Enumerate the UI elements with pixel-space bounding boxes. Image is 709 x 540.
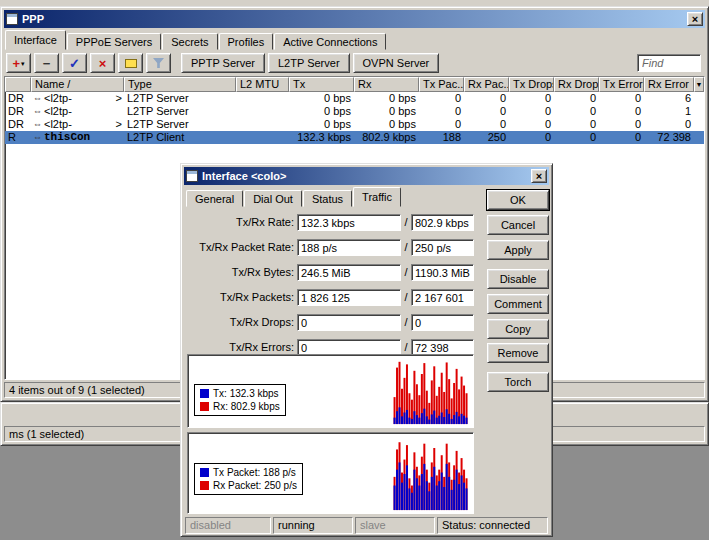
interface-icon: ⇔ [33,107,42,116]
tab-secrets[interactable]: Secrets [162,33,217,50]
legend-label: Tx: 132.3 kbps [213,388,279,399]
field-rx-value[interactable]: 2 167 601 [411,289,474,306]
tab-active-connections[interactable]: Active Connections [274,33,386,50]
copy-button[interactable]: Copy [487,319,549,339]
column-header-rx-pac[interactable]: Rx Pac... [464,77,509,92]
dropdown-arrow-icon: ▾ [21,60,25,67]
check-icon: ✓ [69,57,80,70]
cell-tx_packet: 0 [419,105,464,118]
column-header-l2-mtu[interactable]: L2 MTU [236,77,289,92]
dialog-icon [186,170,198,182]
cell-rx_drops: 0 [554,92,599,105]
field-rx-value[interactable]: 250 p/s [411,239,474,256]
column-header-tx-pac[interactable]: Tx Pac... [419,77,464,92]
comment-button[interactable]: Comment [487,294,549,314]
field-tx-value[interactable]: 1 826 125 [297,289,401,306]
dialog-title: Interface <colo> [202,170,531,182]
torch-button[interactable]: Torch [487,372,549,392]
cell-flags: R [5,131,31,144]
apply-button[interactable]: Apply [487,240,549,260]
comment-button[interactable] [118,53,143,73]
field-tx-value[interactable]: 188 p/s [297,239,401,256]
window-icon [6,13,18,25]
cell-flags: DR [5,92,31,105]
list-body: DR⇔<l2tp->L2TP Server0 bps0 bps000006DR⇔… [5,92,704,144]
ok-button[interactable]: OK [487,190,549,210]
legend-label: Rx Packet: 250 p/s [213,480,297,491]
column-chooser-button[interactable]: ▼ [694,77,704,92]
graph-legend: Tx Packet: 188 p/sRx Packet: 250 p/s [194,463,303,495]
ovpn-server-button[interactable]: OVPN Server [353,53,440,73]
cross-icon: × [99,57,107,70]
tab-profiles[interactable]: Profiles [219,33,274,50]
field-tx-value[interactable]: 132.3 kbps [297,214,401,231]
dialog-status-status-connected: Status: connected [437,517,548,534]
filter-button[interactable] [146,53,171,73]
column-header-rx[interactable]: Rx [354,77,419,92]
legend-label: Rx: 802.9 kbps [213,401,280,412]
disable-button[interactable]: × [90,53,115,73]
remove-button[interactable]: − [34,53,59,73]
interface-row[interactable]: R⇔thisConL2TP Client132.3 kbps802.9 kbps… [5,131,704,144]
cell-tx_packet: 188 [419,131,464,144]
field-label: Tx/Rx Packets: [184,289,294,306]
l2tp-server-button[interactable]: L2TP Server [268,53,350,73]
field-tx-value[interactable]: 0 [297,314,401,331]
add-button[interactable]: +▾ [6,53,31,73]
interface-icon: ⇔ [33,120,42,129]
tx-packet-swatch [200,468,209,477]
legend-entry: Tx: 132.3 kbps [200,388,280,399]
cell-rx: 0 bps [354,118,419,131]
tab-pppoe-servers[interactable]: PPPoE Servers [67,33,161,50]
interface-row[interactable]: DR⇔<l2tp->L2TP Server0 bps0 bps000006 [5,92,704,105]
cell-rx_packet: 250 [464,131,509,144]
column-header-tx-drops[interactable]: Tx Drops [509,77,554,92]
field-label: Tx/Rx Packet Rate: [184,239,294,256]
dialog-status-slave: slave [355,517,435,534]
truncation-marker: > [116,92,122,105]
field-rx-value[interactable]: 1190.3 MiB [411,264,474,281]
dialog-tab-traffic[interactable]: Traffic [353,187,401,207]
interface-row[interactable]: DR⇔<l2tp->L2TP Server0 bps0 bps000000 [5,118,704,131]
column-header-tx-errors[interactable]: Tx Errors [599,77,644,92]
remove-button[interactable]: Remove [487,343,549,363]
close-icon[interactable]: × [687,12,703,26]
column-header-flags[interactable] [5,77,31,92]
cell-tx_packet: 0 [419,118,464,131]
dialog-close-icon[interactable]: × [531,169,547,183]
cell-tx_errors: 0 [599,92,644,105]
field-rx-value[interactable]: 802.9 kbps [411,214,474,231]
legend-entry: Tx Packet: 188 p/s [200,467,297,478]
cell-rx_packet: 0 [464,118,509,131]
column-header-rx-error[interactable]: Rx Error [644,77,694,92]
tab-interface[interactable]: Interface [5,30,66,50]
cell-tx_drops: 0 [509,131,554,144]
cell-tx: 0 bps [289,92,354,105]
comment-icon [125,59,137,68]
cell-rx: 0 bps [354,105,419,118]
cell-flags: DR [5,105,31,118]
cancel-button[interactable]: Cancel [487,215,549,235]
column-header-rx-drops[interactable]: Rx Drops [554,77,599,92]
field-rx-value[interactable]: 0 [411,314,474,331]
column-header-tx[interactable]: Tx [289,77,354,92]
dialog-tab-general[interactable]: General [186,190,243,207]
cell-rx: 802.9 kbps [354,131,419,144]
dialog-tab-status[interactable]: Status [303,190,352,207]
interface-row[interactable]: DR⇔<l2tp-L2TP Server0 bps0 bps000001 [5,105,704,118]
legend-entry: Rx Packet: 250 p/s [200,480,297,491]
disable-button[interactable]: Disable [487,269,549,289]
dialog-tab-dial-out[interactable]: Dial Out [244,190,302,207]
dialog-titlebar[interactable]: Interface <colo> × [184,167,549,185]
ppp-titlebar[interactable]: PPP × [4,10,705,28]
column-header-name[interactable]: Name/ [31,77,124,92]
cell-type: L2TP Server [124,105,236,118]
field-tx-value[interactable]: 246.5 MiB [297,264,401,281]
interface-name: thisCon [44,131,90,144]
enable-button[interactable]: ✓ [62,53,87,73]
find-input[interactable] [637,54,701,72]
cell-tx_errors: 0 [599,105,644,118]
pptp-server-button[interactable]: PPTP Server [181,53,265,73]
column-header-type[interactable]: Type [124,77,236,92]
dialog-tab-bar: GeneralDial OutStatusTraffic [186,187,402,207]
